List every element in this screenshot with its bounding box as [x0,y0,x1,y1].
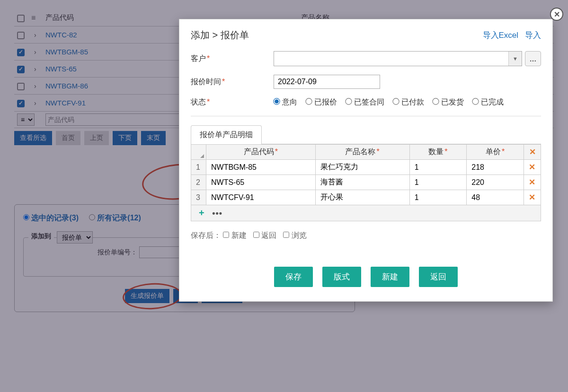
add-quote-modal: 添加 > 报价单 导入Excel 导入 客户* ▼ … 报价时间* 状态* 意向… [179,19,553,302]
cell-qty[interactable]: 1 [409,160,467,175]
cell-code[interactable]: NWTBGM-85 [206,160,316,175]
delete-row-icon[interactable]: ✕ [529,163,535,172]
import-link[interactable]: 导入 [525,31,541,40]
chevron-down-icon: ▼ [508,52,522,66]
cell-code[interactable]: NWTS-65 [206,175,316,190]
modal-title: 添加 > 报价单 [191,29,249,42]
quote-time-label: 报价时间 [191,78,221,86]
quote-time-input[interactable] [274,75,380,89]
status-radio-已签合同[interactable]: 已签合同 [346,98,384,106]
new-button[interactable]: 新建 [371,267,409,287]
detail-row: 1NWTBGM-85果仁巧克力1218✕ [191,160,541,175]
customer-label: 客户 [191,54,206,62]
status-radio-意向[interactable]: 意向 [274,98,297,106]
import-excel-link[interactable]: 导入Excel [483,31,519,40]
row-number: 2 [191,175,206,190]
save-opt-新建[interactable]: 新建 [223,231,246,239]
cell-name[interactable]: 海苔酱 [315,175,409,190]
add-row-icon[interactable]: + [196,208,207,218]
row-number: 1 [191,160,206,175]
cell-name[interactable]: 开心果 [315,190,409,205]
save-after-options: 保存后： 新建 返回 浏览 [191,231,541,241]
delete-column-icon: ✕ [529,148,536,157]
cell-code[interactable]: NWTCFV-91 [206,190,316,205]
customer-select[interactable]: ▼ [274,51,522,66]
cell-price[interactable]: 218 [467,160,524,175]
back-button[interactable]: 返回 [419,267,458,287]
close-icon[interactable]: ✕ [550,8,563,21]
cell-price[interactable]: 48 [467,190,524,205]
detail-table: 产品代码* 产品名称* 数量* 单价* ✕ 1NWTBGM-85果仁巧克力121… [191,144,541,221]
save-opt-浏览[interactable]: 浏览 [283,231,306,239]
delete-row-icon[interactable]: ✕ [529,178,535,187]
status-radio-已发货[interactable]: 已发货 [433,98,464,106]
cell-qty[interactable]: 1 [409,175,467,190]
save-opt-返回[interactable]: 返回 [253,231,276,239]
save-button[interactable]: 保存 [274,267,313,287]
cell-price[interactable]: 220 [467,175,524,190]
status-radio-已报价[interactable]: 已报价 [306,98,337,106]
delete-row-icon[interactable]: ✕ [529,193,535,202]
customer-picker-button[interactable]: … [525,51,541,66]
row-number: 3 [191,190,206,205]
status-radio-已付款[interactable]: 已付款 [393,98,424,106]
cell-qty[interactable]: 1 [409,190,467,205]
status-label: 状态 [191,98,206,106]
status-radio-group: 意向已报价已签合同已付款已发货已完成 [274,97,512,107]
style-button[interactable]: 版式 [322,267,361,287]
corner-cell [191,145,206,160]
detail-row: 2NWTS-65海苔酱1220✕ [191,175,541,190]
cell-name[interactable]: 果仁巧克力 [315,160,409,175]
detail-row: 3NWTCFV-91开心果148✕ [191,190,541,205]
more-icon[interactable]: ••• [209,209,225,218]
save-after-label: 保存后： [191,231,221,239]
status-radio-已完成[interactable]: 已完成 [472,98,504,106]
tab-quote-details[interactable]: 报价单产品明细 [191,125,262,144]
